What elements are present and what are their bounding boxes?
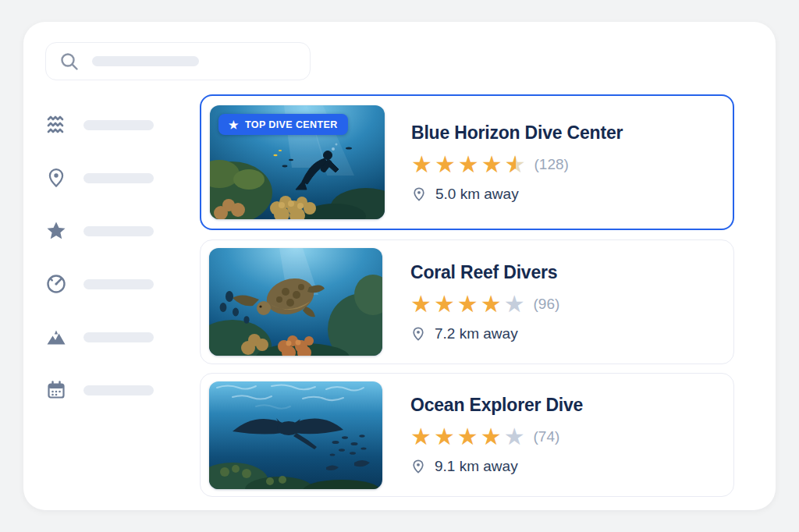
distance-row: 7.2 km away <box>410 325 559 342</box>
star-icon: ★ <box>457 293 478 316</box>
sidebar-item-favorites[interactable] <box>45 220 183 242</box>
result-title: Ocean Explorer Dive <box>410 395 583 416</box>
rating-row: ★★★★★★ (128) <box>411 153 623 176</box>
star-icon: ★ <box>504 293 525 316</box>
filters-sidebar <box>45 114 183 432</box>
star-icon: ★ <box>435 153 456 176</box>
top-dive-center-badge: ★ TOP DIVE CENTER <box>218 114 348 135</box>
location-pin-icon <box>411 186 427 202</box>
sidebar-label-skeleton <box>83 173 154 183</box>
waves-icon <box>45 114 67 136</box>
star-icon: ★ <box>411 153 432 176</box>
star-icon: ★ <box>410 293 431 316</box>
sidebar-item-calendar[interactable] <box>45 379 183 401</box>
star-icon: ★ <box>481 153 502 176</box>
distance-row: 9.1 km away <box>410 458 583 475</box>
star-icon: ★ <box>481 425 502 449</box>
app-panel: ★ TOP DIVE CENTER Blue Horizon Dive Cent… <box>23 22 776 510</box>
star-rating: ★★★★★ <box>410 293 527 316</box>
distance-text: 5.0 km away <box>435 186 519 203</box>
star-icon: ★★ <box>505 153 526 176</box>
sidebar-label-skeleton <box>83 385 154 395</box>
search-placeholder-skeleton <box>92 56 199 66</box>
badge-label: TOP DIVE CENTER <box>245 119 338 130</box>
location-pin-icon <box>410 326 426 342</box>
search-icon <box>59 51 80 73</box>
sidebar-item-mountains[interactable] <box>45 326 183 348</box>
sidebar-item-location[interactable] <box>45 167 183 189</box>
star-icon: ★ <box>504 425 525 449</box>
mountains-icon <box>45 326 67 348</box>
star-icon: ★ <box>457 425 478 449</box>
calendar-icon <box>45 379 67 401</box>
star-icon: ★ <box>481 293 502 316</box>
sidebar-label-skeleton <box>83 279 154 289</box>
rating-row: ★★★★★ (96) <box>410 293 559 316</box>
star-icon <box>45 220 67 242</box>
star-rating: ★★★★★ <box>410 425 527 449</box>
sidebar-item-waves[interactable] <box>45 114 183 136</box>
review-count: (128) <box>534 156 569 173</box>
result-card-coral-reef[interactable]: Coral Reef Divers ★★★★★ (96) 7.2 km away <box>200 239 734 364</box>
star-rating: ★★★★★★ <box>411 153 528 176</box>
dive-photo-manta-ray <box>209 381 382 489</box>
star-icon: ★ <box>434 425 455 449</box>
sidebar-label-skeleton <box>83 226 154 236</box>
star-icon: ★ <box>434 293 455 316</box>
rating-row: ★★★★★ (74) <box>410 425 583 449</box>
dive-photo-sea-turtle <box>209 248 382 356</box>
review-count: (74) <box>534 428 560 445</box>
sidebar-label-skeleton <box>83 332 154 342</box>
badge-star-icon: ★ <box>229 119 239 130</box>
sidebar-item-speed[interactable] <box>45 273 183 295</box>
location-pin-icon <box>45 167 67 189</box>
result-title: Coral Reef Divers <box>410 262 559 283</box>
result-card-blue-horizon[interactable]: ★ TOP DIVE CENTER Blue Horizon Dive Cent… <box>200 94 734 230</box>
distance-text: 7.2 km away <box>435 325 518 342</box>
search-input[interactable] <box>45 42 311 80</box>
review-count: (96) <box>534 296 560 313</box>
location-pin-icon <box>410 459 426 474</box>
star-icon: ★ <box>458 153 479 176</box>
result-card-ocean-explorer[interactable]: Ocean Explorer Dive ★★★★★ (74) 9.1 km aw… <box>200 373 734 497</box>
distance-row: 5.0 km away <box>411 186 623 203</box>
sidebar-label-skeleton <box>83 120 154 130</box>
result-title: Blue Horizon Dive Center <box>411 122 623 144</box>
distance-text: 9.1 km away <box>435 458 518 475</box>
gauge-icon <box>45 273 67 295</box>
star-icon: ★ <box>410 425 431 449</box>
